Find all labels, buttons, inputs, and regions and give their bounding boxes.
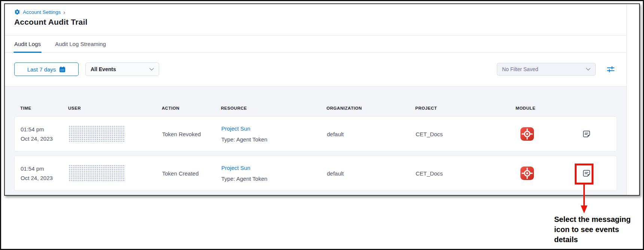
annotation-highlight-box <box>575 164 593 185</box>
column-header-time: TIME <box>20 106 68 110</box>
column-header-organization: ORGANIZATION <box>326 106 415 110</box>
time-cell: 01:54 pm Oct 24, 2023 <box>21 125 69 143</box>
tab-audit-logs[interactable]: Audit Logs <box>14 36 41 52</box>
date-range-button[interactable]: Last 7 days <box>14 62 79 76</box>
events-filter-value: All Events <box>91 66 116 72</box>
annotation-caption: Select the messaging icon to see events … <box>554 214 635 245</box>
details-cell <box>572 129 611 139</box>
event-date: Oct 24, 2023 <box>21 134 69 143</box>
app-window: Account Settings › Account Audit Trail A… <box>4 3 640 196</box>
panel-right-divider <box>626 4 627 195</box>
message-details-button[interactable] <box>582 129 591 139</box>
action-cell: Token Revoked <box>162 131 221 137</box>
resource-cell: Project Sun Type: Agent Token <box>221 125 327 144</box>
event-time: 01:54 pm <box>21 164 69 173</box>
resource-type: Type: Agent Token <box>221 135 327 144</box>
resource-cell: Project Sun Type: Agent Token <box>221 164 327 183</box>
page-title: Account Audit Trail <box>14 18 626 27</box>
cet-module-icon <box>516 167 534 180</box>
breadcrumb-label: Account Settings <box>23 9 61 15</box>
resource-link[interactable]: Project Sun <box>221 125 327 133</box>
redacted-user <box>69 165 125 182</box>
user-cell <box>69 165 162 182</box>
audit-table: TIME USER ACTION RESOURCE ORGANIZATION P… <box>5 86 626 195</box>
calendar-icon <box>59 66 66 73</box>
user-cell <box>69 125 162 143</box>
resource-type: Type: Agent Token <box>221 175 327 183</box>
sliders-filter-icon <box>607 65 615 73</box>
gear-icon <box>14 9 20 15</box>
event-date: Oct 24, 2023 <box>21 173 69 183</box>
breadcrumb-account-settings[interactable]: Account Settings <box>14 9 61 15</box>
tab-bar: Audit Logs Audit Log Streaming <box>5 36 626 53</box>
breadcrumb-separator: › <box>63 9 65 15</box>
page-header: Account Settings › Account Audit Trail <box>5 4 626 36</box>
saved-filter-select[interactable]: No Filter Saved <box>497 63 596 76</box>
chevron-down-icon <box>149 68 154 71</box>
date-range-label: Last 7 days <box>27 66 56 73</box>
column-header-resource: RESOURCE <box>221 106 326 110</box>
table-row: 01:54 pm Oct 24, 2023 Token Created Proj… <box>14 156 617 191</box>
action-cell: Token Created <box>162 170 221 177</box>
column-header-user: USER <box>68 106 162 110</box>
events-filter-select[interactable]: All Events <box>85 62 159 76</box>
event-time: 01:54 pm <box>21 125 69 134</box>
column-header-project: PROJECT <box>415 106 516 110</box>
organization-cell: default <box>327 131 416 137</box>
redacted-user <box>69 125 125 143</box>
column-header-module: MODULE <box>516 106 572 110</box>
time-cell: 01:54 pm Oct 24, 2023 <box>21 164 69 183</box>
saved-filter-value: No Filter Saved <box>502 66 538 72</box>
filter-toolbar: Last 7 days All Events <box>5 53 626 86</box>
project-cell: CET_Docs <box>416 131 516 137</box>
module-cell <box>516 127 572 141</box>
table-header-row: TIME USER ACTION RESOURCE ORGANIZATION P… <box>14 86 617 116</box>
cet-module-icon <box>516 127 534 141</box>
chevron-down-icon <box>586 68 590 71</box>
tab-audit-log-streaming[interactable]: Audit Log Streaming <box>55 36 106 52</box>
resource-link[interactable]: Project Sun <box>221 164 327 172</box>
module-cell <box>516 167 572 180</box>
column-header-action: ACTION <box>162 106 221 110</box>
message-note-icon <box>582 129 591 139</box>
breadcrumb: Account Settings › <box>14 9 626 15</box>
annotation-arrow-head <box>581 205 587 213</box>
project-cell: CET_Docs <box>416 170 516 177</box>
organization-cell: default <box>327 170 416 177</box>
annotation-arrow-line <box>583 185 585 206</box>
filter-settings-button[interactable] <box>606 65 615 74</box>
table-row: 01:54 pm Oct 24, 2023 Token Revoked Proj… <box>14 116 617 152</box>
screenshot-frame: Account Settings › Account Audit Trail A… <box>0 0 644 250</box>
